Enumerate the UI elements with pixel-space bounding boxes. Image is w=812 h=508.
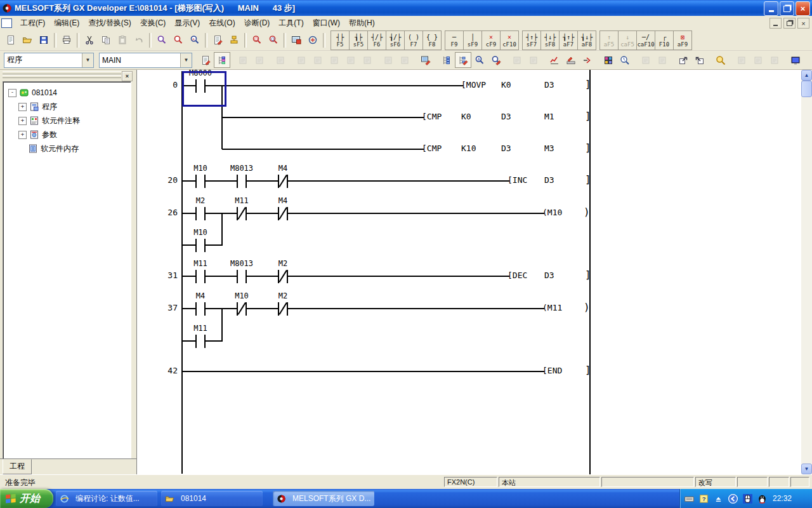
child-minimize-button[interactable] [769,18,782,29]
find-device-2-button[interactable]: A [471,52,488,68]
application-instruction-button[interactable]: { }F8 [422,30,442,50]
skip-execution-button[interactable] [579,52,596,68]
horizontal-line-button[interactable]: ─F9 [445,30,464,50]
closed-contact-button[interactable]: ┤/├F6 [367,30,386,50]
device-test-button[interactable]: Q [249,32,265,48]
qq-tray-icon[interactable] [757,493,768,504]
start-button[interactable]: 开始 [0,489,53,508]
project-data-list-button[interactable] [288,32,304,48]
find-string-button[interactable]: A [187,32,203,48]
save-project-button[interactable] [36,32,52,48]
find-button[interactable] [154,32,170,48]
copy-button[interactable] [98,32,114,48]
mouse-tray-icon[interactable] [742,493,753,504]
menu-item-3[interactable]: 变换(C) [136,16,171,30]
rung-merge-button [251,52,268,68]
sampling-trace-button[interactable] [563,52,579,68]
tree-root-project[interactable]: -081014 [8,87,57,98]
invert-result-button[interactable]: ─/caF10 [636,30,655,50]
tree-item-1[interactable]: +软元件注释 [18,115,80,126]
tree-expander-icon[interactable]: + [18,117,27,125]
coil-button[interactable]: ( )F7 [404,30,423,50]
block-color-button[interactable] [600,52,617,68]
falling-pulse-button[interactable]: ┤↓├sF8 [540,30,560,50]
monitor-write-button[interactable] [417,52,434,68]
print-button[interactable] [58,32,75,48]
rising-pulse-branch-button[interactable]: ┧↑├aF7 [559,30,578,50]
device-batch-button[interactable]: Q [265,32,282,48]
edit-cursor[interactable] [182,71,226,107]
ladder-symbol-view-button[interactable] [214,52,230,68]
scroll-down-button[interactable]: ▼ [801,464,812,474]
circleleft-tray-icon[interactable] [728,493,738,504]
help-tray-icon[interactable]: ? [698,493,709,504]
panel-close-icon[interactable]: × [122,71,133,81]
trace-button[interactable] [546,52,563,68]
menu-item-4[interactable]: 显示(V) [170,16,204,30]
minimize-button[interactable] [764,1,778,16]
scroll-up-button[interactable]: ▲ [801,70,812,81]
find-device-button[interactable] [170,32,187,48]
delete-horizontal-button[interactable]: ×cF9 [481,30,501,50]
restore-button[interactable] [780,1,794,16]
child-window-icon[interactable] [1,18,12,28]
dropdown-arrow-icon[interactable]: ▼ [180,53,192,67]
zoom-monitor-button[interactable] [712,52,729,68]
full-screen-button[interactable] [787,52,804,68]
delete-vertical-button[interactable]: ×cF10 [500,30,519,50]
uparrow-tray-icon[interactable] [713,493,724,504]
statement-edit-button[interactable] [226,32,242,48]
child-restore-button[interactable] [783,18,796,29]
tab-project[interactable]: 工程 [3,459,32,474]
tree-item-3[interactable]: 软元件内存 [18,143,79,154]
open-branch-button[interactable]: ┧├sF5 [349,30,368,50]
open-contact-button[interactable]: ┤├F5 [331,30,350,50]
device-comment-edit-button[interactable] [209,32,226,48]
instruction-operand: D3 [544,175,554,185]
falling-pulse-branch-button[interactable]: ┧↓├aF8 [577,30,596,50]
tree-item-2[interactable]: +参数 [18,129,57,140]
ladder-wire [182,276,509,277]
open-project-button[interactable] [19,32,36,48]
tree-expander-icon[interactable]: + [18,103,27,111]
dropdown-arrow-icon[interactable]: ▼ [82,53,93,67]
program-name-combo[interactable]: MAIN▼ [99,53,192,68]
time-chart-button[interactable] [617,52,633,68]
folder-task[interactable]: 081014 [161,491,263,506]
open-window-2-button[interactable] [691,52,708,68]
ie-task[interactable]: 编程讨论: 让数值... [56,491,157,506]
tree-expander-icon[interactable]: + [18,131,27,139]
screen-setting-button[interactable] [197,52,214,68]
menu-item-2[interactable]: 查找/替换(S) [84,16,135,30]
menu-item-9[interactable]: 帮助(H) [344,16,379,30]
menu-item-5[interactable]: 在线(O) [204,16,239,30]
rising-pulse-button[interactable]: ┤↑├sF7 [522,30,541,50]
menu-item-1[interactable]: 编辑(E) [49,16,84,30]
panel-grip[interactable] [3,71,121,74]
menu-item-6[interactable]: 诊断(D) [240,16,275,30]
ladder-editor[interactable]: 0[MOVPK0D3]M8000[CMPK0D3M1][CMPK10D3M3]2… [136,70,812,474]
key-help-button[interactable] [304,32,321,48]
child-close-button[interactable]: × [797,18,809,29]
keyboard-tray-icon[interactable] [684,493,695,504]
open-window-button[interactable] [675,52,691,68]
scrollbar-thumb[interactable] [801,81,812,97]
closed-branch-button[interactable]: ┧/├sF6 [386,30,405,50]
menu-item-0[interactable]: 工程(F) [16,16,49,30]
cut-button[interactable] [81,32,98,48]
close-button[interactable]: × [796,1,810,16]
tree-expander-icon[interactable]: - [8,89,16,97]
tree-item-0[interactable]: +程序 [18,101,57,112]
menu-item-7[interactable]: 工具(T) [274,16,308,30]
menu-item-8[interactable]: 窗口(W) [308,16,344,30]
find-instruction-button[interactable] [488,52,504,68]
vertical-line-button[interactable]: │sF9 [463,30,482,50]
melsoft-task[interactable]: MELSOFT系列 GX D... [273,491,374,506]
vertical-scrollbar[interactable]: ▲ ▼ [801,70,812,474]
statement-display-button[interactable] [455,52,471,68]
comment-display-button[interactable] [438,52,455,68]
data-type-combo[interactable]: 程序▼ [4,53,94,68]
line-branch-button[interactable]: ┌F10 [655,30,674,50]
delete-block-button[interactable]: ⊠aF9 [673,30,692,50]
new-project-button[interactable] [3,32,19,48]
